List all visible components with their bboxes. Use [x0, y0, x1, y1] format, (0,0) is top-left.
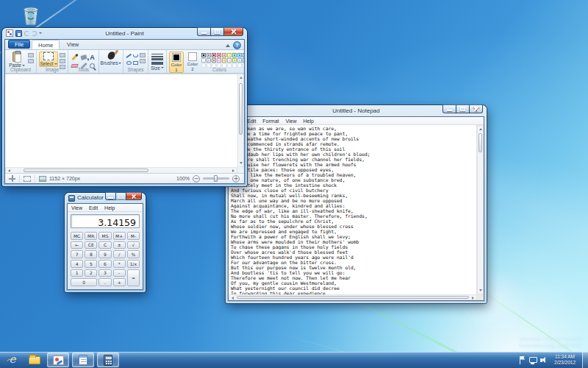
resize-icon[interactable] — [60, 59, 65, 63]
calc-key-equals[interactable]: = — [127, 269, 140, 286]
fill-tool[interactable] — [79, 53, 87, 61]
calc-key-multiply[interactable]: * — [113, 260, 126, 268]
scroll-down-icon[interactable] — [240, 162, 243, 164]
paint-titlebar[interactable]: Untitled - Paint — [2, 28, 247, 39]
scroll-right-icon[interactable] — [472, 297, 474, 300]
notepad-vertical-scrollbar[interactable] — [477, 125, 484, 294]
palette-color-swatch[interactable] — [217, 58, 221, 63]
minimize-ribbon-icon[interactable] — [226, 44, 230, 47]
notepad-menu-format[interactable]: Format — [262, 117, 279, 125]
pencil-tool[interactable] — [71, 53, 79, 61]
system-tray[interactable]: 11:34 AM 2/23/2012 — [518, 352, 588, 368]
calc-key-decimal[interactable]: . — [98, 278, 111, 286]
taskbar-item-paint[interactable] — [47, 353, 69, 367]
palette-color-swatch[interactable] — [212, 53, 216, 57]
scroll-up-icon[interactable] — [479, 128, 482, 130]
network-icon[interactable] — [529, 356, 537, 364]
calc-key-digit-0[interactable]: 0 — [71, 278, 97, 286]
calc-key-digit-2[interactable]: 2 — [85, 269, 97, 277]
calc-key-add[interactable]: + — [113, 278, 126, 286]
calc-key-memory-subtract[interactable]: M- — [127, 232, 140, 240]
notepad-hscroll-thumb[interactable] — [237, 296, 469, 299]
taskbar-clock[interactable]: 11:34 AM 2/23/2012 — [551, 354, 578, 366]
taskbar-item-internet-explorer[interactable]: e — [3, 353, 22, 367]
palette-color-swatch[interactable] — [243, 58, 245, 63]
scroll-right-icon[interactable] — [232, 169, 234, 172]
calc-key-digit-1[interactable]: 1 — [71, 269, 83, 277]
paste-button[interactable]: Paste — [7, 52, 26, 68]
taskbar-item-calculator[interactable] — [97, 353, 119, 367]
palette-color-swatch[interactable] — [237, 53, 242, 57]
scroll-down-icon[interactable] — [479, 289, 482, 291]
calc-key-digit-7[interactable]: 7 — [71, 250, 83, 258]
paint-view-tab[interactable]: View — [61, 40, 85, 49]
calc-key-memory-add[interactable]: M+ — [113, 232, 126, 240]
calculator-menu-help[interactable]: Help — [104, 204, 115, 212]
palette-color-swatch[interactable] — [222, 58, 226, 63]
palette-color-swatch[interactable] — [243, 53, 245, 57]
paint-hscroll-thumb[interactable] — [24, 169, 148, 172]
text-tool[interactable]: A — [88, 53, 96, 61]
palette-color-swatch[interactable] — [212, 58, 216, 63]
notepad-menu-help[interactable]: Help — [304, 117, 314, 125]
help-icon[interactable]: ? — [233, 41, 241, 49]
paint-minimize-button[interactable] — [197, 27, 211, 36]
zoom-slider-thumb[interactable] — [214, 175, 218, 182]
calc-key-digit-8[interactable]: 8 — [85, 250, 97, 258]
crop-icon[interactable] — [60, 53, 65, 57]
calculator-close-button[interactable] — [126, 192, 142, 200]
brushes-button[interactable]: Brushes — [101, 52, 121, 66]
notepad-close-button[interactable] — [469, 105, 483, 113]
calc-key-digit-6[interactable]: 6 — [98, 260, 111, 268]
calc-key-clear-entry[interactable]: CE — [85, 241, 97, 250]
calc-key-square-root[interactable]: √ — [127, 241, 140, 250]
paint-vscroll-thumb[interactable] — [239, 83, 243, 135]
calc-key-reciprocal[interactable]: 1/x — [127, 260, 140, 268]
paint-canvas[interactable] — [5, 74, 244, 167]
calc-key-subtract[interactable]: - — [113, 269, 126, 277]
paint-file-tab[interactable]: File — [8, 40, 30, 49]
palette-color-swatch[interactable] — [201, 58, 206, 63]
calc-key-percent[interactable]: % — [127, 250, 140, 258]
notepad-window[interactable]: Untitled - Notepad FileEditFormatViewHel… — [226, 105, 487, 303]
size-button[interactable]: Size — [151, 52, 164, 71]
taskbar-item-notepad[interactable] — [72, 353, 94, 367]
notepad-maximize-button[interactable] — [456, 105, 470, 113]
select-button[interactable]: Select — [39, 52, 58, 67]
calc-key-digit-3[interactable]: 3 — [98, 269, 111, 277]
paint-window[interactable]: Untitled - Paint File Home View ? Paste — [2, 28, 247, 186]
shape-outline-icon[interactable] — [140, 53, 146, 57]
zoom-slider[interactable] — [203, 177, 229, 180]
palette-color-swatch[interactable] — [222, 53, 226, 57]
copy-icon[interactable] — [28, 59, 34, 63]
calc-key-memory-recall[interactable]: MR — [85, 232, 97, 240]
calc-key-memory-store[interactable]: MS — [98, 232, 111, 240]
shape-fill-icon[interactable] — [140, 59, 146, 63]
calc-key-clear[interactable]: C — [98, 241, 111, 250]
paint-close-button[interactable] — [223, 27, 243, 36]
calc-key-divide[interactable]: / — [113, 250, 126, 258]
calc-key-digit-5[interactable]: 5 — [85, 260, 97, 268]
calc-key-digit-9[interactable]: 9 — [98, 250, 111, 258]
notepad-text-area[interactable]: So shaken as we are, so wan with care, F… — [229, 125, 477, 294]
notepad-menu-view[interactable]: View — [286, 117, 297, 125]
zoom-in-button[interactable]: + — [232, 175, 240, 183]
palette-color-swatch[interactable] — [237, 58, 242, 63]
scroll-up-icon[interactable] — [240, 77, 243, 79]
paint-maximize-button[interactable] — [210, 27, 224, 36]
calculator-titlebar[interactable]: Calculator — [65, 193, 146, 203]
taskbar-item-windows-explorer[interactable] — [25, 353, 44, 367]
scroll-left-icon[interactable] — [232, 297, 234, 300]
palette-color-swatch[interactable] — [201, 53, 206, 57]
cut-icon[interactable] — [28, 53, 34, 57]
taskbar[interactable]: e 11:34 AM 2/23/2012 — [0, 352, 588, 368]
calculator-menu-view[interactable]: View — [71, 204, 82, 212]
calc-key-memory-clear[interactable]: MC — [71, 232, 83, 240]
paint-vertical-scrollbar[interactable] — [237, 74, 244, 167]
calc-key-digit-4[interactable]: 4 — [71, 260, 83, 268]
calc-key-backspace[interactable]: ← — [71, 241, 83, 250]
notepad-titlebar[interactable]: Untitled - Notepad — [226, 105, 487, 116]
notepad-horizontal-scrollbar[interactable] — [229, 294, 477, 300]
action-center-icon[interactable] — [518, 356, 526, 364]
palette-color-swatch[interactable] — [207, 53, 211, 57]
